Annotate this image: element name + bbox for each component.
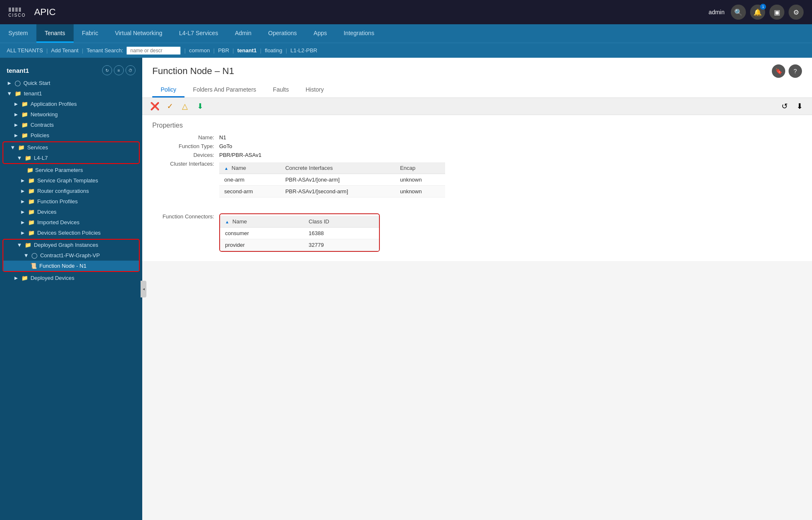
cluster-row2-encap: unknown	[395, 186, 445, 197]
sidebar-item-l4l7[interactable]: ▼ 📁 L4-L7	[3, 153, 139, 163]
toolbar-btn-arrow[interactable]: ⬇	[194, 100, 206, 112]
tenant-pbr[interactable]: PBR	[218, 47, 229, 54]
nav-system[interactable]: System	[0, 24, 36, 43]
nav-integrations[interactable]: Integrations	[335, 24, 382, 43]
sidebar-item-contract1-fw[interactable]: ▼ ◯ Contract1-FW-Graph-VP	[3, 250, 139, 261]
cluster-row1-name: one-arm	[219, 174, 280, 186]
table-row: second-arm PBR-ASAv1/[second-arm] unknow…	[219, 186, 445, 197]
app-title: APIC	[34, 7, 56, 18]
help-button[interactable]: ?	[789, 64, 802, 78]
toolbar-btn-check[interactable]: ✓	[164, 100, 176, 112]
sidebar-item-function-profiles[interactable]: ► 📁 Function Profiles	[0, 196, 142, 207]
tab-policy[interactable]: Policy	[152, 83, 184, 97]
sidebar-item-imported-devices[interactable]: ► 📁 Imported Devices	[0, 217, 142, 228]
deployed-graph-red-group: ▼ 📁 Deployed Graph Instances ▼ ◯ Contrac…	[3, 239, 140, 272]
nav-virtual-networking[interactable]: Virtual Networking	[107, 24, 171, 43]
cluster-col-concrete[interactable]: Concrete Interfaces	[280, 162, 395, 174]
tenant-search-input[interactable]	[126, 46, 181, 55]
table-row: one-arm PBR-ASAv1/[one-arm] unknown	[219, 174, 445, 186]
toolbar-download-btn[interactable]: ⬇	[794, 100, 805, 112]
monitor-button[interactable]: ▣	[769, 5, 784, 20]
fc-row2-classid: 32779	[304, 239, 379, 251]
sidebar-item-services[interactable]: ▼ 📁 Services	[3, 142, 139, 153]
sidebar-item-networking[interactable]: ► 📁 Networking	[0, 109, 142, 120]
fc-row2-name: provider	[220, 239, 304, 251]
sidebar-item-devices[interactable]: ► 📁 Devices	[0, 207, 142, 217]
tenant-bar: ALL TENANTS | Add Tenant | Tenant Search…	[0, 43, 812, 58]
nav-bar: System Tenants Fabric Virtual Networking…	[0, 24, 812, 43]
toolbar-btn-warning[interactable]: △	[179, 100, 191, 112]
prop-name-value: N1	[219, 134, 226, 141]
cluster-row2-name: second-arm	[219, 186, 280, 197]
sidebar-quick-start[interactable]: ► ◯ Quick Start	[0, 78, 142, 88]
function-connectors-table: ▲ Name Class ID consumer	[220, 216, 379, 251]
prop-devices-value: PBR/PBR-ASAv1	[219, 152, 261, 158]
cluster-col-name[interactable]: ▲ Name	[219, 162, 280, 174]
tenant-common[interactable]: common	[189, 47, 210, 54]
sidebar-item-service-graph[interactable]: ► 📁 Service Graph Templates	[0, 175, 142, 186]
cluster-col-encap[interactable]: Encap	[395, 162, 445, 174]
tenant-l1l2pbr[interactable]: L1-L2-PBR	[290, 47, 317, 54]
toolbar-btn-x[interactable]: ❌	[149, 100, 161, 112]
sidebar-item-devices-selection[interactable]: ► 📁 Devices Selection Policies	[0, 228, 142, 238]
header-right: admin 🔍 🔔 1 ▣ ⚙	[709, 5, 804, 20]
function-connectors-table-wrap: ▲ Name Class ID consumer	[219, 213, 380, 252]
toolbar-refresh-btn[interactable]: ↺	[779, 100, 790, 112]
sidebar-collapse-toggle[interactable]: ◂	[141, 281, 146, 297]
page-title: Function Node – N1	[152, 66, 234, 77]
nav-fabric[interactable]: Fabric	[74, 24, 107, 43]
tab-faults[interactable]: Faults	[264, 83, 297, 97]
sidebar-icon-clock[interactable]: ⏱	[126, 65, 136, 75]
content-toolbar: ❌ ✓ △ ⬇ ↺ ⬇	[142, 98, 812, 115]
nav-admin[interactable]: Admin	[226, 24, 260, 43]
add-tenant-link[interactable]: Add Tenant	[51, 47, 79, 54]
sidebar-item-service-params[interactable]: 📁 Service Parameters	[0, 165, 142, 175]
cisco-logo: ⅡⅡⅡⅡ CISCO	[8, 6, 26, 18]
section-title: Properties	[152, 122, 802, 129]
nav-l4l7[interactable]: L4-L7 Services	[171, 24, 226, 43]
prop-function-connectors-row: Function Connectors: ▲ Name Class ID	[152, 213, 802, 252]
sidebar-item-function-node-n1[interactable]: 📜 Function Node - N1	[3, 261, 139, 271]
fc-col-classid[interactable]: Class ID	[304, 216, 379, 228]
sidebar-item-tenant1-root[interactable]: ▼ 📁 tenant1	[0, 88, 142, 99]
search-button[interactable]: 🔍	[731, 5, 746, 20]
table-row: consumer 16388	[220, 228, 379, 239]
tenant-tenant1[interactable]: tenant1	[237, 47, 256, 54]
nav-apps[interactable]: Apps	[305, 24, 336, 43]
tab-folders-params[interactable]: Folders And Parameters	[184, 83, 264, 97]
sidebar-item-router-config[interactable]: ► 📁 Router configurations	[0, 186, 142, 196]
tenant-floating[interactable]: floating	[265, 47, 282, 54]
nav-tenants[interactable]: Tenants	[36, 24, 74, 43]
settings-button[interactable]: ⚙	[789, 5, 804, 20]
prop-name-row: Name: N1	[152, 134, 802, 141]
nav-operations[interactable]: Operations	[260, 24, 305, 43]
sidebar-icon-list[interactable]: ≡	[114, 65, 124, 75]
sidebar-tenant-header: tenant1 ↻ ≡ ⏱	[0, 62, 142, 78]
bookmark-button[interactable]: 🔖	[772, 64, 785, 78]
sidebar-item-app-profiles[interactable]: ► 📁 Application Profiles	[0, 99, 142, 109]
prop-cluster-row: Cluster Interfaces: ▲ Name Concrete Inte…	[152, 161, 802, 197]
prop-function-type-label: Function Type:	[152, 143, 219, 149]
sidebar-icon-refresh[interactable]: ↻	[102, 65, 112, 75]
sort-icon-fc-name: ▲	[225, 220, 229, 224]
admin-user-label: admin	[709, 9, 725, 15]
notifications-button[interactable]: 🔔 1	[750, 5, 765, 20]
all-tenants-link[interactable]: ALL TENANTS	[7, 47, 43, 54]
sidebar-item-deployed-devices[interactable]: ► 📁 Deployed Devices	[0, 273, 142, 283]
fc-row1-classid: 16388	[304, 228, 379, 239]
prop-devices-row: Devices: PBR/PBR-ASAv1	[152, 152, 802, 158]
prop-function-type-row: Function Type: GoTo	[152, 143, 802, 149]
fc-row1-name: consumer	[220, 228, 304, 239]
fc-col-name[interactable]: ▲ Name	[220, 216, 304, 228]
content-header: Function Node – N1 🔖 ? Policy Folders An…	[142, 58, 812, 98]
prop-name-label: Name:	[152, 134, 219, 141]
cluster-table-wrap: ▲ Name Concrete Interfaces Encap	[219, 161, 445, 197]
cluster-row1-encap: unknown	[395, 174, 445, 186]
sidebar-item-deployed-graph[interactable]: ▼ 📁 Deployed Graph Instances	[3, 240, 139, 250]
tabs-row: Policy Folders And Parameters Faults His…	[152, 83, 802, 97]
sidebar-wrap: tenant1 ↻ ≡ ⏱ ► ◯ Quick Start ▼ 📁 tenant…	[0, 58, 142, 520]
tab-history[interactable]: History	[297, 83, 332, 97]
sidebar-item-policies[interactable]: ► 📁 Policies	[0, 130, 142, 141]
sidebar-item-contracts[interactable]: ► 📁 Contracts	[0, 120, 142, 130]
content-area: Function Node – N1 🔖 ? Policy Folders An…	[142, 58, 812, 520]
